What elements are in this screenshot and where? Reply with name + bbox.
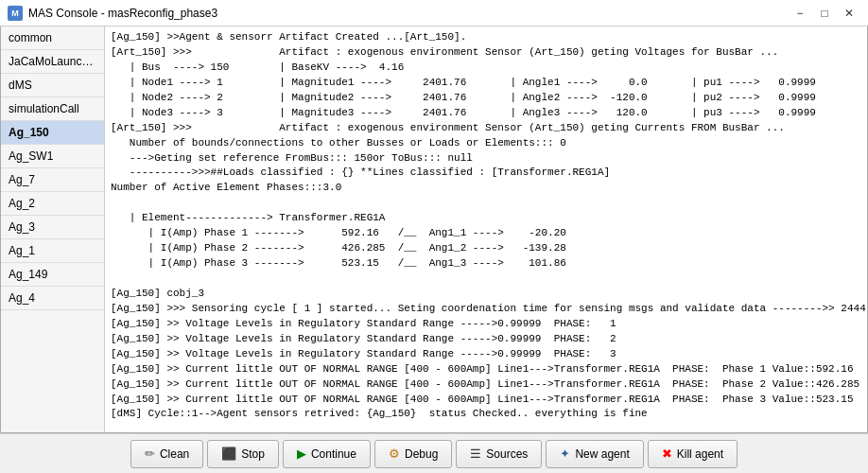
clean-button[interactable]: ✏Clean xyxy=(130,440,203,468)
stop-button[interactable]: ⬛Stop xyxy=(207,440,279,468)
sidebar-item-common[interactable]: common xyxy=(1,26,104,50)
maximize-button[interactable]: □ xyxy=(813,4,836,23)
sidebar-item-Ag_4[interactable]: Ag_4 xyxy=(1,287,104,310)
title-bar: M MAS Console - masReconfig_phase3 − □ ✕ xyxy=(0,0,868,26)
sidebar-item-Ag_7[interactable]: Ag_7 xyxy=(1,168,104,192)
clean-label: Clean xyxy=(160,447,189,461)
kill-agent-button[interactable]: ✖Kill agent xyxy=(648,440,738,468)
sidebar-item-Ag_2[interactable]: Ag_2 xyxy=(1,192,104,216)
stop-label: Stop xyxy=(241,447,265,461)
kill-agent-icon: ✖ xyxy=(662,447,672,461)
debug-label: Debug xyxy=(405,447,438,461)
stop-icon: ⬛ xyxy=(221,447,236,461)
app-icon: M xyxy=(8,6,23,21)
sidebar-item-simulationCall[interactable]: simulationCall xyxy=(1,97,104,121)
continue-button[interactable]: ▶Continue xyxy=(283,440,371,468)
sources-label: Sources xyxy=(486,447,528,461)
window-controls: − □ ✕ xyxy=(789,4,860,23)
main-container: commonJaCaMoLauncherdMSsimulationCallAg_… xyxy=(0,26,868,433)
sources-icon: ☰ xyxy=(470,447,481,461)
sidebar-item-JaCaMoLauncher[interactable]: JaCaMoLauncher xyxy=(1,50,104,74)
sidebar-item-Ag_SW1[interactable]: Ag_SW1 xyxy=(1,145,104,168)
debug-icon: ⚙ xyxy=(389,447,400,461)
sources-button[interactable]: ☰Sources xyxy=(456,440,542,468)
minimize-button[interactable]: − xyxy=(789,4,811,23)
toolbar: ✏Clean⬛Stop▶Continue⚙Debug☰Sources✦New a… xyxy=(0,433,868,473)
debug-button[interactable]: ⚙Debug xyxy=(374,440,452,468)
new-agent-button[interactable]: ✦New agent xyxy=(546,440,643,468)
continue-label: Continue xyxy=(311,447,356,461)
console-wrapper: [Ag_150] >>Agent & sensorr Artifact Crea… xyxy=(105,26,867,432)
new-agent-label: New agent xyxy=(575,447,629,461)
kill-agent-label: Kill agent xyxy=(677,447,723,461)
sidebar-item-Ag_1[interactable]: Ag_1 xyxy=(1,239,104,263)
sidebar-item-dMS[interactable]: dMS xyxy=(1,74,104,97)
sidebar-item-Ag_149[interactable]: Ag_149 xyxy=(1,263,104,287)
clean-icon: ✏ xyxy=(145,447,155,461)
continue-icon: ▶ xyxy=(297,447,306,461)
console-output[interactable]: [Ag_150] >>Agent & sensorr Artifact Crea… xyxy=(105,26,867,432)
close-button[interactable]: ✕ xyxy=(838,4,860,23)
sidebar-item-Ag_150[interactable]: Ag_150 xyxy=(1,121,104,145)
window-title: MAS Console - masReconfig_phase3 xyxy=(28,7,789,20)
sidebar: commonJaCaMoLauncherdMSsimulationCallAg_… xyxy=(1,26,105,432)
new-agent-icon: ✦ xyxy=(560,447,570,461)
sidebar-item-Ag_3[interactable]: Ag_3 xyxy=(1,216,104,239)
